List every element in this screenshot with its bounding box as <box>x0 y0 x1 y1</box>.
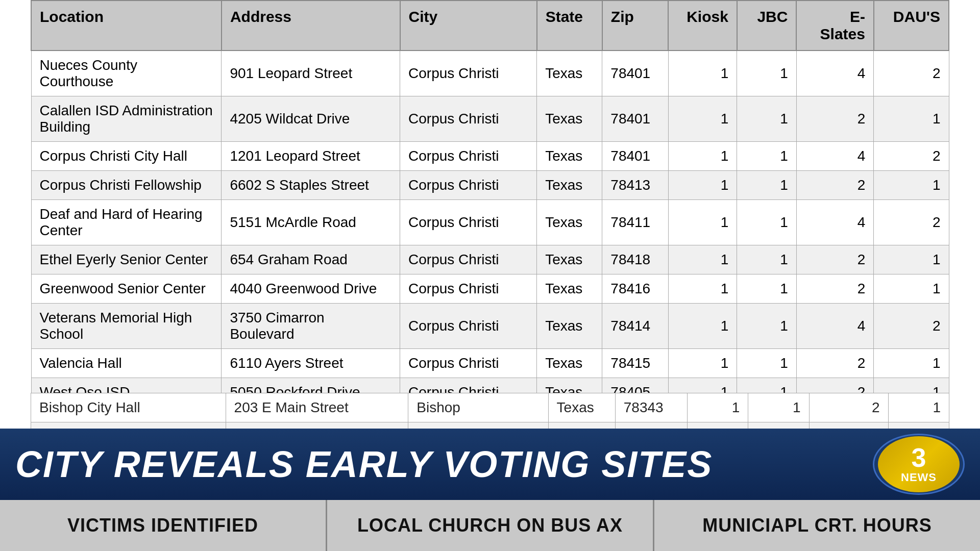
logo-number: 3 <box>912 444 926 471</box>
table-cell: Texas <box>537 142 602 171</box>
table-cell: Corpus Christi <box>400 304 537 349</box>
table-cell: 5050 Rockford Drive <box>222 378 400 393</box>
table-cell: 2 <box>796 349 874 378</box>
table-cell: Greenwood Senior Center <box>31 274 222 304</box>
headline-text: CITY REVEALS EARLY VOTING SITES <box>15 443 873 485</box>
table-cell: West Oso ISD <box>31 378 222 393</box>
table-cell: Texas <box>537 378 602 393</box>
table-cell: 1 <box>737 304 797 349</box>
table-cell: 78411 <box>602 200 668 245</box>
table-cell: 6110 Ayers Street <box>222 349 400 378</box>
ticker-text-3: MUNICIAPL CRT. HOURS <box>702 515 932 536</box>
table-cell: 78401 <box>602 51 668 96</box>
table-row: Valencia Hall6110 Ayers StreetCorpus Chr… <box>31 349 949 378</box>
table-cell: 2 <box>796 274 874 304</box>
table-cell: Texas <box>537 51 602 96</box>
table-cell: 1 <box>737 200 797 245</box>
partial-eslates-1: 2 <box>809 393 888 422</box>
table-cell: 1 <box>737 96 797 142</box>
table-cell: Deaf and Hard of Hearing Center <box>31 200 222 245</box>
table-row: West Oso ISD5050 Rockford DriveCorpus Ch… <box>31 378 949 393</box>
table-cell: 1 <box>668 274 737 304</box>
table-cell: 1 <box>874 96 949 142</box>
table-cell: 1 <box>737 245 797 274</box>
logo-inner: 3 NEWS <box>878 436 960 492</box>
logo-container: 3 NEWS <box>873 434 965 495</box>
table-row: Veterans Memorial High School3750 Cimarr… <box>31 304 949 349</box>
table-row: Calallen ISD Administration Building4205… <box>31 96 949 142</box>
table-cell: 1 <box>668 96 737 142</box>
partial-location-1: Bishop City Hall <box>31 393 226 422</box>
table-cell: 654 Graham Road <box>222 245 400 274</box>
table-cell: Texas <box>537 274 602 304</box>
table-row: Corpus Christi City Hall1201 Leopard Str… <box>31 142 949 171</box>
table-cell: Corpus Christi <box>400 200 537 245</box>
header-city: City <box>400 1 537 51</box>
header-state: State <box>537 1 602 51</box>
header-zip: Zip <box>602 1 668 51</box>
table-cell: Texas <box>537 96 602 142</box>
table-cell: 1 <box>668 349 737 378</box>
partial-zip-1: 78343 <box>615 393 687 422</box>
table-cell: Corpus Christi <box>400 142 537 171</box>
partial-city-1: Bishop <box>408 393 548 422</box>
table-cell: 78405 <box>602 378 668 393</box>
table-row: Greenwood Senior Center4040 Greenwood Dr… <box>31 274 949 304</box>
table-cell: 4 <box>796 304 874 349</box>
table-cell: 1 <box>668 378 737 393</box>
table-cell: 1 <box>737 51 797 96</box>
table-cell: 2 <box>874 51 949 96</box>
table-cell: 1 <box>874 245 949 274</box>
table-cell: 901 Leopard Street <box>222 51 400 96</box>
header-daus: DAU'S <box>874 1 949 51</box>
table-cell: 1 <box>874 274 949 304</box>
voting-sites-table: Location Address City State Zip Kiosk JB… <box>31 0 949 393</box>
table-cell: 78416 <box>602 274 668 304</box>
table-row: Corpus Christi Fellowship6602 S Staples … <box>31 171 949 200</box>
table-cell: 2 <box>874 142 949 171</box>
partial-kiosk-1: 1 <box>688 393 748 422</box>
table-cell: 78415 <box>602 349 668 378</box>
table-cell: Corpus Christi <box>400 378 537 393</box>
table-cell: 2 <box>796 171 874 200</box>
table-cell: Nueces County Courthouse <box>31 51 222 96</box>
ticker-text-2: LOCAL CHURCH ON BUS AX <box>357 515 623 536</box>
table-cell: 1 <box>668 51 737 96</box>
table-cell: Corpus Christi Fellowship <box>31 171 222 200</box>
news-banner: CITY REVEALS EARLY VOTING SITES 3 NEWS <box>0 429 980 500</box>
table-cell: 1 <box>668 142 737 171</box>
table-cell: Corpus Christi <box>400 245 537 274</box>
table-cell: 1 <box>737 378 797 393</box>
table-row: Deaf and Hard of Hearing Center5151 McAr… <box>31 200 949 245</box>
table-cell: 1 <box>668 200 737 245</box>
table-cell: 3750 Cimarron Boulevard <box>222 304 400 349</box>
header-kiosk: Kiosk <box>668 1 737 51</box>
table-cell: Texas <box>537 349 602 378</box>
ticker-item-1: VICTIMS IDENTIFIED <box>0 500 327 551</box>
table-body: Nueces County Courthouse901 Leopard Stre… <box>31 51 949 393</box>
partial-state-1: Texas <box>548 393 615 422</box>
table-cell: Texas <box>537 245 602 274</box>
table-cell: Texas <box>537 171 602 200</box>
table-cell: 78414 <box>602 304 668 349</box>
table-cell: 2 <box>796 378 874 393</box>
table-cell: Corpus Christi <box>400 171 537 200</box>
header-location: Location <box>31 1 222 51</box>
table-cell: 4205 Wildcat Drive <box>222 96 400 142</box>
ticker-item-3: MUNICIAPL CRT. HOURS <box>654 500 980 551</box>
header-jbc: JBC <box>737 1 797 51</box>
table-cell: 1 <box>737 142 797 171</box>
table-cell: 78413 <box>602 171 668 200</box>
table-row: Ethel Eyerly Senior Center654 Graham Roa… <box>31 245 949 274</box>
table-cell: 78401 <box>602 142 668 171</box>
table-container: Location Address City State Zip Kiosk JB… <box>31 0 949 393</box>
table-cell: Veterans Memorial High School <box>31 304 222 349</box>
table-cell: 2 <box>874 200 949 245</box>
partial-daus-1: 1 <box>888 393 949 422</box>
table-cell: Texas <box>537 200 602 245</box>
main-content: Location Address City State Zip Kiosk JB… <box>0 0 980 551</box>
table-cell: 1 <box>874 171 949 200</box>
table-cell: 1 <box>737 274 797 304</box>
table-cell: Corpus Christi <box>400 96 537 142</box>
ticker-item-2: LOCAL CHURCH ON BUS AX <box>327 500 654 551</box>
